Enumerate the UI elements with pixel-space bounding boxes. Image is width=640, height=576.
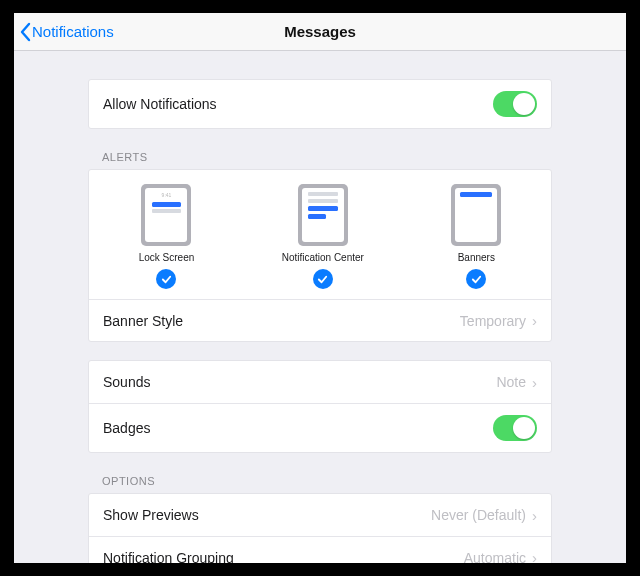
- row-banner-style[interactable]: Banner Style Temporary ›: [89, 299, 551, 341]
- row-allow-notifications[interactable]: Allow Notifications: [89, 80, 551, 128]
- back-button[interactable]: Notifications: [18, 13, 114, 50]
- allow-notifications-switch[interactable]: [493, 91, 537, 117]
- banner-style-value: Temporary: [460, 313, 526, 329]
- allow-notifications-label: Allow Notifications: [103, 96, 217, 112]
- chevron-left-icon: [18, 22, 32, 42]
- alerts-style-panel: 9:41 Lock Screen: [89, 170, 551, 299]
- sounds-label: Sounds: [103, 374, 150, 390]
- check-lock-screen[interactable]: [156, 269, 176, 289]
- alert-option-notification-center[interactable]: Notification Center: [282, 184, 364, 289]
- notification-grouping-label: Notification Grouping: [103, 550, 234, 564]
- chevron-right-icon: ›: [532, 508, 537, 523]
- alert-option-label: Notification Center: [282, 252, 364, 263]
- chevron-right-icon: ›: [532, 313, 537, 328]
- banner-style-label: Banner Style: [103, 313, 183, 329]
- check-banners[interactable]: [466, 269, 486, 289]
- badges-label: Badges: [103, 420, 150, 436]
- page-title: Messages: [284, 23, 356, 40]
- row-show-previews[interactable]: Show Previews Never (Default) ›: [89, 494, 551, 536]
- alert-option-lock-screen[interactable]: 9:41 Lock Screen: [139, 184, 195, 289]
- chevron-right-icon: ›: [532, 550, 537, 563]
- section-header-options: OPTIONS: [88, 475, 552, 493]
- notification-grouping-value: Automatic: [464, 550, 526, 564]
- chevron-right-icon: ›: [532, 375, 537, 390]
- check-notification-center[interactable]: [313, 269, 333, 289]
- lock-screen-preview-icon: 9:41: [141, 184, 191, 246]
- row-sounds[interactable]: Sounds Note ›: [89, 361, 551, 403]
- alert-option-label: Banners: [458, 252, 495, 263]
- navbar: Notifications Messages: [14, 13, 626, 51]
- row-notification-grouping[interactable]: Notification Grouping Automatic ›: [89, 536, 551, 563]
- banners-preview-icon: [451, 184, 501, 246]
- alert-option-banners[interactable]: Banners: [451, 184, 501, 289]
- sounds-value: Note: [496, 374, 526, 390]
- show-previews-value: Never (Default): [431, 507, 526, 523]
- show-previews-label: Show Previews: [103, 507, 199, 523]
- back-label: Notifications: [32, 23, 114, 40]
- row-badges[interactable]: Badges: [89, 403, 551, 452]
- section-header-alerts: ALERTS: [88, 151, 552, 169]
- notification-center-preview-icon: [298, 184, 348, 246]
- badges-switch[interactable]: [493, 415, 537, 441]
- alert-option-label: Lock Screen: [139, 252, 195, 263]
